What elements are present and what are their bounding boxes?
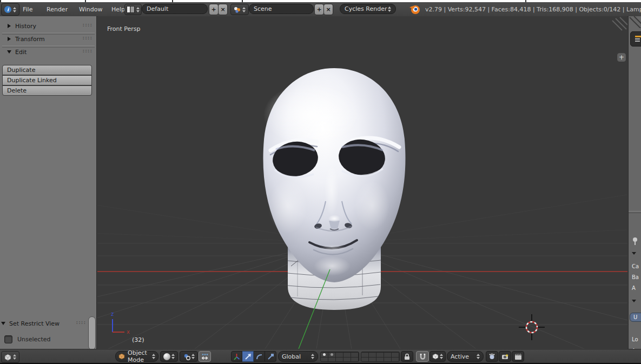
- panel-grip-icon[interactable]: ::::: [76, 320, 86, 325]
- properties-editor-sliver[interactable]: Ca Ba A U Lo A U: [628, 16, 641, 349]
- sliver-label: Ba: [632, 274, 639, 280]
- scene-icon-button[interactable]: [230, 4, 249, 15]
- panel-edit[interactable]: Edit ::::: [0, 47, 97, 57]
- unselected-checkbox[interactable]: [4, 335, 12, 343]
- viewport-shading-dropdown[interactable]: [160, 351, 178, 362]
- translate-manipulator-toggle[interactable]: [242, 351, 254, 362]
- stepper-arrows-icon: [440, 354, 443, 359]
- opengl-render-animation-button[interactable]: [512, 351, 524, 362]
- viewport-header-bar: View Select Add Object Object Mode: [0, 349, 641, 363]
- layout-delete-button[interactable]: ×: [218, 4, 228, 15]
- panel-transform[interactable]: Transform ::::: [0, 34, 97, 44]
- clapperboard-icon: [514, 353, 522, 360]
- axes-icon: [233, 353, 240, 360]
- menu-window[interactable]: Window: [79, 5, 102, 14]
- mode-dropdown[interactable]: Object Mode: [115, 351, 158, 362]
- stepper-arrows-icon: [191, 354, 195, 359]
- menu-file[interactable]: File: [23, 5, 32, 14]
- scene-field[interactable]: Scene: [249, 4, 314, 14]
- rotate-manipulator-toggle[interactable]: [254, 351, 265, 362]
- layer-object-dot: [331, 353, 333, 356]
- sliver-label: Lo: [632, 336, 638, 342]
- camera-icon: [501, 353, 509, 360]
- snap-element-dropdown[interactable]: [429, 351, 446, 362]
- orientation-value: Global: [282, 353, 301, 360]
- rotate-arc-icon: [256, 353, 263, 360]
- translate-arrow-icon: [244, 353, 252, 360]
- screen-layout-icon-button[interactable]: [124, 4, 142, 15]
- shelf-scrollbar[interactable]: [88, 316, 96, 350]
- pin-icon[interactable]: [631, 237, 639, 246]
- mode-value: Object Mode: [128, 349, 149, 363]
- head-model[interactable]: [263, 68, 406, 310]
- delete-button[interactable]: Delete: [2, 85, 92, 96]
- snap-cube-icon: [432, 353, 439, 360]
- scale-manipulator-toggle[interactable]: [265, 351, 276, 362]
- panel-grip-icon[interactable]: ::::: [83, 35, 92, 41]
- unselected-row: Unselected: [4, 335, 50, 343]
- corner-resize-grip[interactable]: [612, 17, 627, 30]
- stepper-arrows-icon: [477, 354, 480, 359]
- opengl-render-image-button[interactable]: [499, 351, 511, 362]
- scene-balls-icon: [234, 6, 241, 13]
- expand-region-button[interactable]: +: [617, 53, 626, 62]
- editor-type-button-3dview[interactable]: [1, 351, 19, 363]
- layout-grid-icon: [127, 6, 135, 13]
- menu-help[interactable]: Help: [111, 5, 125, 14]
- cursor-3d[interactable]: [519, 314, 545, 340]
- axis-x-label: x: [127, 329, 130, 335]
- stepper-arrows-icon: [242, 7, 246, 12]
- snap-target-dropdown[interactable]: Active: [447, 351, 484, 362]
- axis-gizmo: [113, 319, 124, 332]
- snap-toggle[interactable]: [416, 351, 429, 362]
- expanded-arrow-icon: [1, 322, 5, 325]
- sliver-tab-button[interactable]: U: [630, 313, 641, 322]
- stepper-arrows-icon: [13, 354, 16, 360]
- layout-add-button[interactable]: +: [209, 4, 219, 15]
- collapsed-arrow-icon: [8, 24, 11, 28]
- tool-shelf: History :::: Transform :::: Edit :::: Du…: [0, 16, 97, 349]
- screen-layout-field[interactable]: Default: [142, 4, 208, 14]
- frame-counter: (32): [132, 336, 144, 343]
- layers-grid-2[interactable]: [361, 352, 400, 362]
- corner-resize-grip[interactable]: [629, 16, 641, 28]
- panel-edit-label: Edit: [15, 49, 27, 56]
- editor-type-button-info[interactable]: i: [1, 3, 19, 16]
- stepper-arrows-icon: [13, 7, 16, 12]
- viewport-3d[interactable]: Front Persp (32) z x +: [97, 16, 627, 349]
- stepper-arrows-icon: [388, 6, 391, 12]
- panel-set-restrict-view[interactable]: Set Restrict View ::::: [0, 318, 97, 329]
- centers-arrows-icon: [201, 353, 209, 360]
- expanded-arrow-icon: [7, 50, 11, 54]
- scene-delete-button[interactable]: ×: [323, 4, 333, 15]
- transform-orientation-dropdown[interactable]: Global: [278, 351, 318, 362]
- sliver-label: A: [632, 285, 636, 291]
- duplicate-button[interactable]: Duplicate: [2, 65, 92, 75]
- stepper-arrows-icon: [136, 7, 140, 12]
- layers-grid-1[interactable]: [320, 352, 359, 362]
- pivot-icon: [183, 353, 190, 360]
- panel-grip-icon[interactable]: ::::: [83, 48, 92, 54]
- panel-history[interactable]: History ::::: [0, 21, 97, 31]
- sliver-label: Ca: [632, 263, 639, 269]
- editor-type-button-partial[interactable]: [630, 31, 641, 47]
- scene-add-button[interactable]: +: [314, 4, 324, 15]
- scale-icon: [267, 353, 274, 360]
- render-engine-dropdown[interactable]: Cycles Render: [340, 4, 396, 14]
- expanded-arrow-icon[interactable]: [632, 252, 636, 255]
- manipulate-centers-toggle[interactable]: [199, 351, 211, 362]
- panel-grip-icon[interactable]: ::::: [83, 22, 92, 28]
- scene-lock-toggle[interactable]: [401, 351, 413, 362]
- manipulator-axes-toggle[interactable]: [231, 351, 242, 362]
- pivot-point-dropdown[interactable]: [180, 351, 198, 362]
- magnet-icon: [419, 353, 426, 360]
- stepper-arrows-icon: [311, 354, 314, 359]
- snap-target-value: Active: [451, 353, 469, 360]
- object-mode-cube-icon: [118, 353, 125, 360]
- scene-value: Scene: [254, 5, 272, 12]
- snap-peel-toggle[interactable]: [486, 351, 498, 362]
- blender-logo: [409, 3, 421, 15]
- expanded-arrow-icon[interactable]: [632, 300, 636, 302]
- menu-render[interactable]: Render: [47, 5, 68, 14]
- duplicate-linked-button[interactable]: Duplicate Linked: [2, 75, 92, 85]
